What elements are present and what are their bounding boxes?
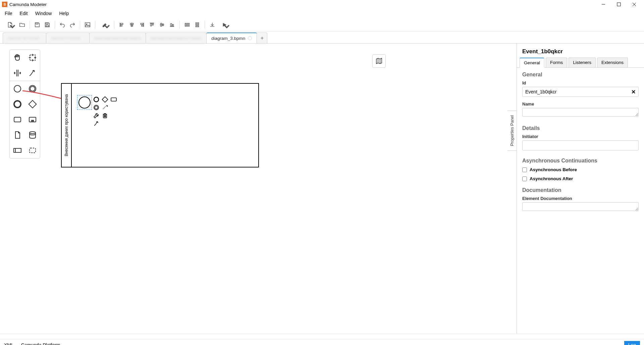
tabbar: xxxxxx xx xxxxx xxxxxx x xxxxx xxxxxxxxx… <box>0 31 644 44</box>
svg-rect-29 <box>189 23 190 26</box>
props-section-doc: Documentation <box>517 183 644 195</box>
pool-label: Внесення даних про користувача <box>64 94 69 156</box>
palette-lasso-tool[interactable] <box>25 50 40 65</box>
props-elem-doc-input[interactable] <box>522 202 639 211</box>
redo-button[interactable] <box>68 20 77 29</box>
svg-rect-51 <box>14 148 21 152</box>
tab-active[interactable]: diagram_3.bpmn <box>206 32 257 43</box>
app-title: Camunda Modeler <box>9 2 47 7</box>
svg-point-58 <box>95 106 98 109</box>
new-tab-button[interactable]: + <box>257 32 267 43</box>
svg-rect-44 <box>29 100 36 108</box>
svg-point-42 <box>30 86 35 91</box>
props-name-input[interactable] <box>522 108 639 117</box>
titlebar: B Camunda Modeler <box>0 0 644 9</box>
align-top-button[interactable] <box>147 20 157 29</box>
start-event-circle <box>78 96 91 109</box>
canvas-area[interactable]: Внесення даних про користувача <box>0 44 517 334</box>
props-tab-forms[interactable]: Forms <box>546 58 567 67</box>
lane[interactable] <box>72 84 258 167</box>
palette-global-connect-tool[interactable] <box>25 65 40 81</box>
align-left-button[interactable] <box>117 20 126 29</box>
color-button[interactable] <box>98 20 111 29</box>
menu-help[interactable]: Help <box>56 9 72 17</box>
palette-space-tool[interactable] <box>10 65 25 81</box>
open-file-button[interactable] <box>17 20 27 29</box>
palette-task[interactable] <box>10 112 25 127</box>
menubar: File Edit Window Help <box>0 9 644 18</box>
save-as-button[interactable] <box>43 20 52 29</box>
props-tab-listeners[interactable]: Listeners <box>569 58 596 67</box>
run-button[interactable] <box>218 20 231 29</box>
status-platform[interactable]: Camunda Platform <box>21 342 60 345</box>
app-icon: B <box>2 2 7 7</box>
props-tab-general[interactable]: General <box>520 58 544 68</box>
tab-blurred-2[interactable]: xxxxxx x xxxxx <box>46 32 90 43</box>
svg-point-40 <box>14 85 21 92</box>
palette-subprocess-expanded[interactable] <box>25 112 40 127</box>
svg-rect-27 <box>185 23 186 26</box>
tab-blurred-1[interactable]: xxxxxx xx xxxxx <box>3 32 46 43</box>
props-name-label: Name <box>522 101 639 107</box>
palette-intermediate-event[interactable] <box>25 81 40 96</box>
ctxpad-end-event[interactable] <box>93 96 100 103</box>
palette-participant[interactable] <box>10 143 25 158</box>
tab-blurred-3[interactable]: xxxxxxxxxxxxxxx xxxxx <box>89 32 146 43</box>
image-button[interactable] <box>83 20 92 29</box>
menu-window[interactable]: Window <box>32 9 55 17</box>
palette <box>9 50 40 158</box>
palette-end-event[interactable] <box>10 96 25 112</box>
props-async-after-checkbox[interactable] <box>522 177 527 181</box>
ctxpad-gateway[interactable] <box>101 96 109 103</box>
ctxpad-intermediate-event[interactable] <box>93 104 100 111</box>
menu-edit[interactable]: Edit <box>16 9 31 17</box>
ctxpad-task[interactable] <box>110 96 117 103</box>
tab-close-icon[interactable] <box>248 36 252 40</box>
start-event-selected[interactable] <box>77 95 92 110</box>
props-section-details: Details <box>517 121 644 133</box>
status-log-button[interactable]: Log <box>624 341 640 345</box>
minimize-button[interactable] <box>596 0 611 9</box>
props-section-general: General <box>517 68 644 79</box>
ctxpad-connect[interactable] <box>93 120 100 127</box>
status-xml[interactable]: XML <box>4 342 14 345</box>
undo-button[interactable] <box>58 20 67 29</box>
svg-rect-55 <box>102 97 108 102</box>
svg-rect-45 <box>14 117 21 122</box>
svg-rect-32 <box>196 26 199 27</box>
svg-rect-5 <box>46 22 48 24</box>
svg-rect-25 <box>171 23 172 26</box>
distribute-h-button[interactable] <box>182 20 192 29</box>
align-center-h-button[interactable] <box>127 20 137 29</box>
palette-data-store[interactable] <box>25 127 40 143</box>
align-center-v-button[interactable] <box>157 20 167 29</box>
props-tab-extensions[interactable]: Extensions <box>597 58 628 67</box>
props-async-before-label: Asynchronous Before <box>530 167 577 172</box>
align-right-button[interactable] <box>137 20 147 29</box>
distribute-v-button[interactable] <box>193 20 202 29</box>
close-button[interactable] <box>627 0 642 9</box>
ctxpad-delete[interactable] <box>101 112 109 119</box>
ctxpad-wrench[interactable] <box>93 112 100 119</box>
tab-blurred-4[interactable]: xxxxxxxxxxxxxxxxx xxxxx <box>146 32 207 43</box>
maximize-button[interactable] <box>611 0 627 9</box>
export-button[interactable] <box>208 20 217 29</box>
align-bottom-button[interactable] <box>167 20 177 29</box>
props-id-clear-icon[interactable]: ✕ <box>631 89 636 95</box>
palette-start-event[interactable] <box>10 81 25 96</box>
pool[interactable]: Внесення даних про користувача <box>61 83 259 167</box>
props-id-input[interactable] <box>525 89 631 94</box>
palette-hand-tool[interactable] <box>10 50 25 65</box>
pool-header[interactable]: Внесення даних про користувача <box>62 84 72 167</box>
properties-panel-toggle[interactable]: Properties Panel <box>507 111 517 151</box>
palette-group[interactable] <box>25 143 40 158</box>
props-initiator-input[interactable] <box>525 143 636 148</box>
save-button[interactable] <box>33 20 42 29</box>
minimap-toggle[interactable] <box>372 54 386 68</box>
palette-data-object[interactable] <box>10 127 25 143</box>
new-file-button[interactable] <box>3 20 17 29</box>
palette-gateway[interactable] <box>25 96 40 112</box>
props-async-before-checkbox[interactable] <box>522 167 527 172</box>
ctxpad-annotation[interactable] <box>101 104 109 111</box>
menu-file[interactable]: File <box>1 9 16 17</box>
